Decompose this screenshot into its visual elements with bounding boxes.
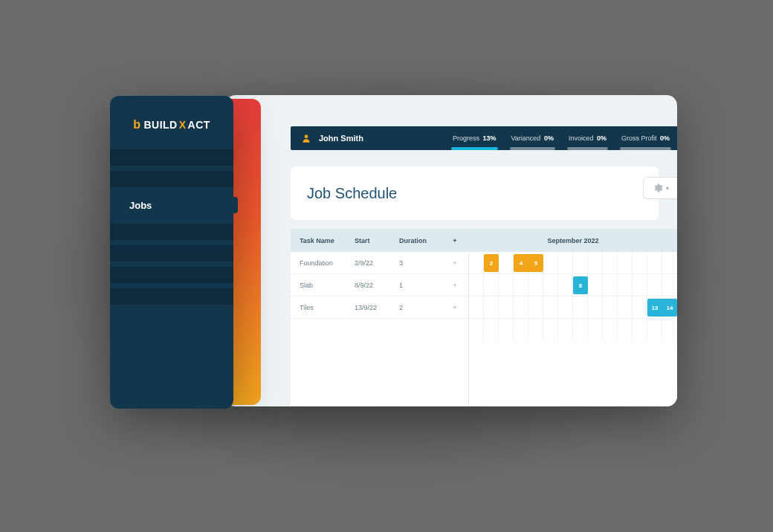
gantt-day-label: 14 [665, 305, 675, 311]
gantt-day-label: 4 [518, 260, 524, 267]
stat-invoiced[interactable]: Invoiced 0% [561, 126, 614, 150]
gantt-day-label: 2 [488, 260, 494, 267]
sidebar-item[interactable] [110, 149, 233, 166]
gantt-block[interactable]: 8 [573, 276, 588, 294]
page-title: Job Schedule [291, 166, 659, 220]
stat-progress[interactable]: Progress 13% [445, 126, 504, 150]
task-name: Tiles [291, 304, 355, 311]
brand-logo: b BUILDXACT [110, 118, 233, 132]
stat-gross-profit[interactable]: Gross Profit 0% [614, 126, 677, 150]
task-name: Slab [291, 282, 355, 289]
table-header-row: Task Name Start Duration + [291, 230, 468, 252]
gantt-block[interactable]: 45 [514, 254, 543, 272]
sidebar-item-label: Jobs [129, 200, 152, 211]
task-add[interactable]: + [444, 282, 466, 289]
task-start: 8/9/22 [355, 282, 399, 289]
col-task: Task Name [291, 237, 355, 244]
gantt-block[interactable]: 1314 [647, 299, 677, 317]
gantt-area: 24581314 [469, 252, 677, 341]
job-header-bar: John Smith Progress 13% Varianced 0% Inv… [291, 126, 677, 150]
person-icon [301, 133, 311, 143]
calendar-month: September 2022 [469, 230, 677, 252]
brand-text-act: ACT [188, 119, 210, 131]
task-start: 13/9/22 [355, 304, 399, 311]
sidebar-item[interactable] [110, 171, 233, 187]
job-owner: John Smith [291, 133, 424, 143]
sidebar: b BUILDXACT Jobs [110, 96, 233, 409]
stat-varianced[interactable]: Varianced 0% [504, 126, 561, 150]
col-duration: Duration [399, 237, 444, 244]
settings-button[interactable]: ▾ [643, 177, 677, 199]
gantt-block[interactable]: 2 [484, 254, 499, 272]
job-owner-name: John Smith [319, 134, 363, 143]
svg-point-0 [305, 134, 308, 138]
task-row[interactable]: Foundation 2/9/22 3 + [291, 252, 468, 274]
sidebar-item[interactable] [110, 245, 233, 262]
brand-text-build: BUILD [143, 119, 177, 131]
gantt-day-label: 13 [650, 305, 660, 311]
flame-icon: b [133, 118, 140, 132]
chevron-down-icon: ▾ [666, 185, 669, 192]
sidebar-item[interactable] [110, 267, 233, 283]
task-duration: 3 [399, 259, 444, 267]
col-add[interactable]: + [444, 237, 466, 244]
task-add[interactable]: + [444, 259, 466, 267]
task-row[interactable]: Tiles 13/9/22 2 + [291, 296, 468, 319]
sidebar-item[interactable] [110, 224, 233, 240]
task-row[interactable]: Slab 8/9/22 1 + [291, 274, 468, 296]
schedule-grid: Task Name Start Duration + Foundation 2/… [291, 229, 677, 406]
app-main-panel: John Smith Progress 13% Varianced 0% Inv… [225, 95, 677, 406]
gear-icon [653, 183, 663, 193]
gantt-day-label: 5 [533, 260, 539, 267]
task-start: 2/9/22 [355, 259, 399, 267]
col-start: Start [355, 237, 399, 244]
task-duration: 2 [399, 304, 444, 311]
task-name: Foundation [291, 259, 355, 267]
sidebar-item-jobs[interactable]: Jobs [110, 192, 233, 218]
task-add[interactable]: + [444, 304, 466, 311]
gantt-day-label: 8 [578, 282, 583, 289]
task-duration: 1 [399, 282, 444, 289]
sidebar-item[interactable] [110, 288, 233, 305]
